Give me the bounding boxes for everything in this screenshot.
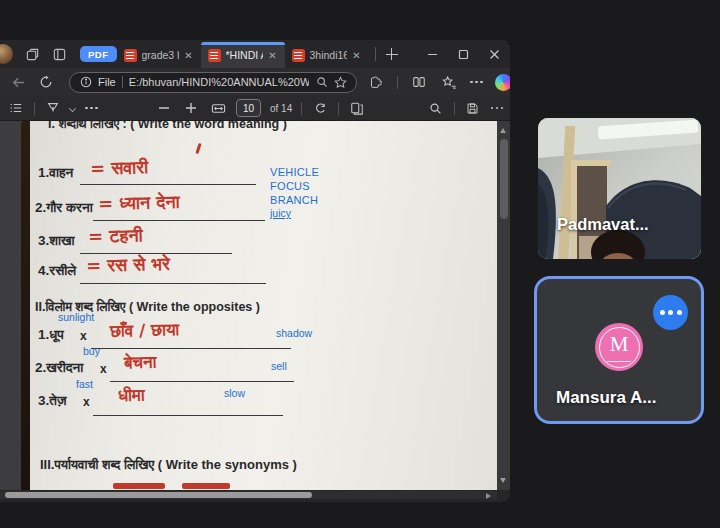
find-in-document-icon[interactable] (427, 99, 445, 117)
tab-close-icon[interactable]: ✕ (352, 50, 362, 61)
pdf-file-icon (292, 49, 305, 62)
address-bar: File E:/bhuvan/HINDI%20ANNUAL%20WOR... (0, 68, 510, 96)
participant-tile-mansura[interactable]: M Mansura A... (534, 276, 704, 424)
new-tab-button[interactable] (381, 43, 403, 65)
toolbar-divider (338, 102, 339, 115)
bookmark-star-icon[interactable] (334, 73, 347, 91)
zoom-out-icon[interactable] (155, 99, 173, 117)
s1-item3-answer: = टहनी (88, 224, 143, 247)
scroll-up-arrow[interactable] (500, 128, 506, 133)
tab-strip: PDF grade3 hind ✕ *HINDI ANN ✕ 3hindi16d… (0, 40, 510, 68)
scroll-down-arrow[interactable] (500, 478, 506, 483)
search-icon[interactable] (315, 73, 328, 91)
participant-name: Padmavat... (557, 215, 649, 234)
photo-dark-edge (21, 121, 30, 490)
toolbar-divider (34, 102, 35, 115)
pdf-viewer: I. शब्दार्थ लिखिए : ( Write the word mea… (0, 121, 510, 490)
annotation-fast: fast (76, 378, 93, 390)
toolbar-divider (301, 102, 302, 115)
vertical-tabs-icon[interactable] (51, 46, 67, 62)
pdf-file-icon (208, 49, 221, 62)
pdf-toolbar: 10 of 14 (0, 96, 510, 121)
webcam-video (538, 118, 701, 259)
back-icon[interactable] (9, 73, 27, 91)
tab-close-icon[interactable]: ✕ (268, 50, 278, 61)
tab-separator (375, 47, 376, 61)
tab-label: 3hindi16dec (310, 49, 347, 61)
toolbar-divider (397, 76, 398, 89)
annotation-shadow: shadow (276, 327, 312, 339)
page-view-icon[interactable] (348, 99, 366, 117)
s2-item1-mark: x (80, 329, 87, 343)
s1-item4-answer: = रस से भरे (86, 253, 170, 277)
cutoff-red-writing (113, 483, 165, 489)
s1-item2-word: 2.गौर करना (35, 200, 93, 216)
maximize-button[interactable] (448, 40, 479, 68)
tab-grade3-hindi[interactable]: grade3 hind ✕ (117, 42, 201, 68)
toolbar-divider (454, 102, 455, 115)
page-count-label: of 14 (270, 103, 292, 114)
window-controls (417, 40, 510, 68)
s2-item3-word: 3.तेज़ (38, 393, 66, 409)
favorites-icon[interactable] (440, 73, 458, 91)
scroll-right-arrow[interactable] (486, 493, 491, 499)
browser-profile-avatar[interactable] (0, 44, 13, 64)
annotation-slow: slow (224, 387, 245, 399)
workspaces-icon[interactable] (24, 46, 40, 62)
s2-item2-word: 2.खरीदना (35, 360, 83, 376)
browser-menu-icon[interactable] (470, 81, 483, 84)
s2-item3-answer: धीमा (118, 385, 145, 406)
section1-title: I. शब्दार्थ लिखिए : ( Write the word mea… (48, 121, 287, 132)
annotation-buy: buy (83, 345, 100, 357)
vertical-scrollbar[interactable] (497, 121, 510, 490)
info-icon[interactable] (79, 73, 92, 91)
s2-item3-mark: x (83, 395, 90, 409)
url-field[interactable]: File E:/bhuvan/HINDI%20ANNUAL%20WOR... (69, 72, 357, 93)
annotation-sunlight: sunlight (58, 311, 94, 323)
rotate-icon[interactable] (311, 99, 329, 117)
fit-to-width-icon[interactable] (209, 99, 227, 117)
close-window-button[interactable] (479, 40, 510, 68)
annotation-juicy: juicy (270, 207, 291, 219)
page-number-input[interactable]: 10 (236, 99, 261, 117)
horizontal-scroll-thumb[interactable] (5, 492, 312, 498)
s2-item2-mark: x (100, 362, 107, 376)
s1-item1-answer: = सवारी (90, 156, 149, 180)
tab-group-chip[interactable]: PDF (80, 46, 117, 62)
zoom-in-icon[interactable] (182, 99, 200, 117)
avatar-logo-text (607, 361, 631, 363)
tab-3hindi16dec[interactable]: 3hindi16dec ✕ (285, 42, 369, 68)
avatar-letter: M (610, 332, 629, 357)
participant-tile-padmavat[interactable]: Padmavat... (538, 118, 701, 259)
split-screen-icon[interactable] (410, 73, 428, 91)
extensions-icon[interactable] (367, 73, 385, 91)
s1-item2-answer: = ध्यान देना (98, 191, 180, 215)
minimize-button[interactable] (417, 40, 448, 68)
s1-item1-word: 1.वाहन (38, 165, 73, 181)
draw-pen-icon[interactable] (44, 99, 62, 117)
s1-item4-word: 4.रसीले (38, 263, 76, 279)
address-bar-actions (367, 73, 510, 91)
horizontal-scrollbar[interactable] (0, 491, 497, 499)
cutoff-red-writing (182, 483, 230, 489)
s2-item1-word: 1.धूप (38, 327, 64, 343)
participant-menu-button[interactable] (653, 295, 688, 330)
vertical-scroll-thumb[interactable] (500, 139, 508, 219)
copilot-icon[interactable] (495, 74, 511, 91)
url-text: E:/bhuvan/HINDI%20ANNUAL%20WOR... (129, 76, 309, 88)
tab-close-icon[interactable]: ✕ (184, 50, 194, 61)
scheme-label: File (98, 76, 116, 88)
annotation-sell: sell (271, 360, 287, 372)
worksheet-page: I. शब्दार्थ लिखिए : ( Write the word mea… (30, 121, 497, 490)
tab-label: *HINDI ANN (226, 49, 263, 61)
table-of-contents-icon[interactable] (7, 99, 25, 117)
chevron-down-icon[interactable] (69, 105, 76, 112)
pdf-more-icon[interactable] (491, 107, 504, 110)
avatar: M (595, 323, 643, 371)
save-icon[interactable] (464, 99, 482, 117)
tab-hindi-annual-active[interactable]: *HINDI ANN ✕ (201, 42, 285, 68)
annotation-vehicle: VEHICLE (270, 166, 319, 178)
refresh-icon[interactable] (37, 73, 55, 91)
annotation-more-icon[interactable] (85, 107, 98, 110)
browser-window: PDF grade3 hind ✕ *HINDI ANN ✕ 3hindi16d… (0, 40, 510, 502)
